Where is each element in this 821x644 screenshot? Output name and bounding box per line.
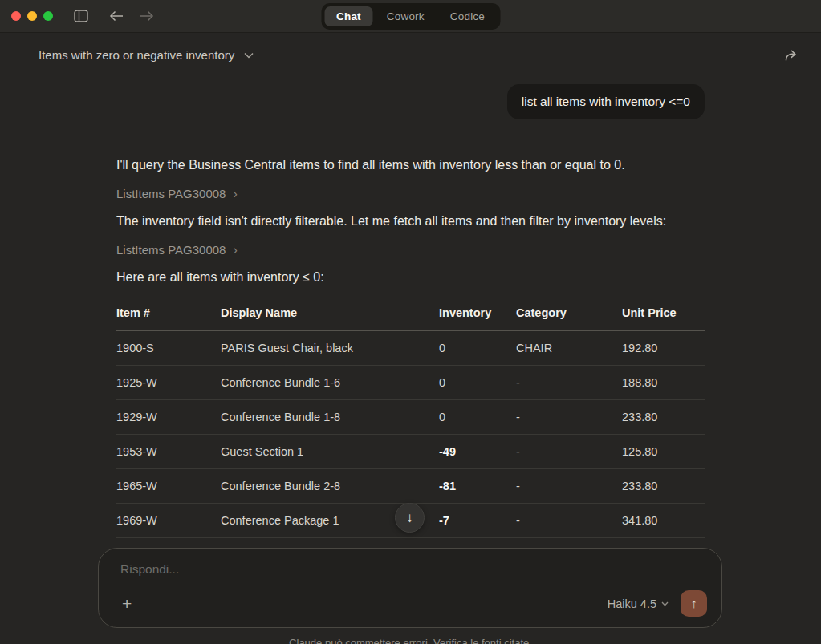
cell-category: - [516,366,622,400]
user-message-bubble: list all items with inventory <=0 [507,84,705,119]
chat-header: Items with zero or negative inventory [0,33,821,77]
composer-input[interactable]: Rispondi... [120,562,707,577]
cell-inventory: 0 [439,366,516,400]
minimize-button[interactable] [27,11,37,21]
model-selector[interactable]: Haiku 4.5 [608,597,669,610]
attach-plus-button[interactable]: + [120,594,133,614]
cell-name: Conference Bundle 1-8 [221,400,439,435]
cell-category: CHAIR [516,331,622,366]
table-row: 1900-S PARIS Guest Chair, black 0 CHAIR … [116,331,705,366]
cell-category: - [516,504,622,538]
table-row: 1929-W Conference Bundle 1-8 0 - 233.80 [116,400,705,435]
cell-price: 233.80 [622,469,705,504]
tool-call-label: ListItems PAG30008 [116,187,226,200]
message-composer[interactable]: Rispondi... + Haiku 4.5 ↑ [98,548,722,628]
assistant-paragraph: I'll query the Business Central items to… [116,156,705,173]
table-row: 1965-W Conference Bundle 2-8 -81 - 233.8… [116,469,705,504]
table-row: 1953-W Guest Section 1 -49 - 125.80 [116,435,705,469]
col-header-inventory: Inventory [439,306,516,331]
cell-item: 1965-W [116,469,221,504]
cell-item: 1969-W [116,504,221,538]
disclaimer-text: Claude può commettere errori. Verifica l… [0,637,821,644]
tool-call-listitems-2[interactable]: ListItems PAG30008 › [116,243,238,257]
window-titlebar: Chat Cowork Codice [0,0,821,33]
cell-price: 188.80 [622,366,705,400]
tool-call-label: ListItems PAG30008 [116,243,226,257]
cell-name: PARIS Guest Chair, black [221,331,439,366]
cell-inventory: 0 [439,400,516,435]
forward-arrow-icon[interactable] [139,10,154,22]
tab-cowork[interactable]: Cowork [375,6,437,26]
traffic-lights [11,11,53,21]
table-row: 1925-W Conference Bundle 1-6 0 - 188.80 [116,366,705,400]
chevron-right-icon: › [233,188,237,200]
cell-category: - [516,400,622,435]
conversation-title: Items with zero or negative inventory [39,48,234,62]
conversation-title-dropdown[interactable]: Items with zero or negative inventory [39,48,254,62]
cell-inventory-negative: -49 [439,435,516,469]
chevron-down-icon [244,52,254,59]
col-header-item: Item # [116,306,221,331]
cell-name: Conference Bundle 2-8 [221,469,439,504]
close-button[interactable] [11,11,21,21]
cell-inventory: 0 [439,331,516,366]
cell-price: 341.80 [622,504,705,538]
cell-item: 1929-W [116,400,221,435]
cell-name: Conference Bundle 1-6 [221,366,439,400]
chevron-right-icon: › [233,244,237,257]
assistant-paragraph: Here are all items with inventory ≤ 0: [116,269,705,286]
tool-call-listitems-1[interactable]: ListItems PAG30008 › [116,187,238,200]
table-header-row: Item # Display Name Inventory Category U… [116,306,705,331]
tab-chat[interactable]: Chat [324,6,373,26]
cell-category: - [516,469,622,504]
col-header-unit-price: Unit Price [622,306,705,331]
chat-scroll-area: list all items with inventory <=0 I'll q… [0,77,821,538]
cell-item: 1900-S [116,331,221,366]
cell-item: 1953-W [116,435,221,469]
assistant-paragraph: The inventory field isn't directly filte… [116,213,705,229]
down-arrow-icon: ↓ [406,510,413,526]
cell-category: - [516,435,622,469]
tab-codice[interactable]: Codice [438,6,497,26]
zoom-button[interactable] [43,11,53,21]
sidebar-toggle-icon[interactable] [74,10,88,22]
cell-price: 192.80 [622,331,705,366]
col-header-display-name: Display Name [221,306,439,331]
cell-inventory-negative: -81 [439,469,516,504]
mode-tabs: Chat Cowork Codice [321,3,500,30]
col-header-category: Category [516,306,622,331]
model-name: Haiku 4.5 [608,597,656,610]
cell-name: Guest Section 1 [221,435,439,469]
cell-item: 1925-W [116,366,221,400]
cell-inventory-negative: -7 [439,504,516,538]
cell-price: 125.80 [622,435,705,469]
scroll-to-bottom-button[interactable]: ↓ [395,503,425,533]
back-arrow-icon[interactable] [109,10,124,22]
send-button[interactable]: ↑ [681,590,707,617]
cell-price: 233.80 [622,400,705,435]
chevron-down-icon [661,601,669,606]
share-icon[interactable] [783,47,800,63]
up-arrow-icon: ↑ [691,597,697,611]
